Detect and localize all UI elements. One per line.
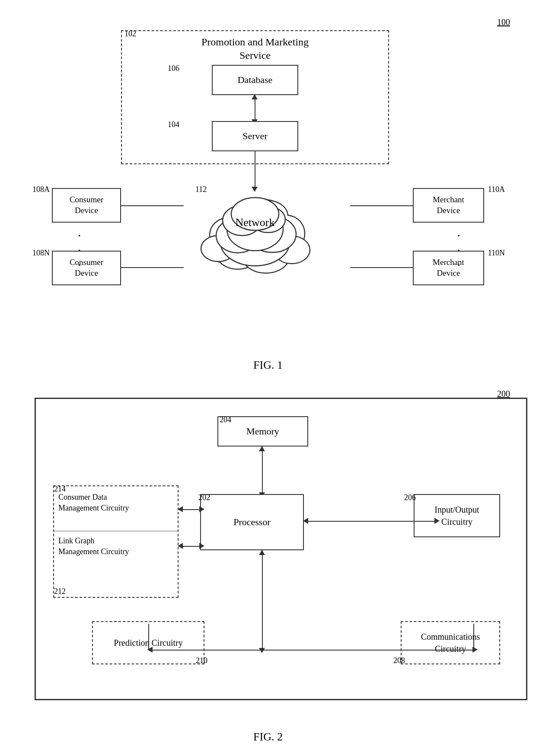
merchant-n-to-network-line [350,267,413,268]
ref-212: 212 [54,587,66,596]
consumer-device-a-box: ConsumerDevice [52,188,121,223]
processor-box: Processor [200,494,304,550]
link-graph-label: Link GraphManagement Circuitry [58,536,175,557]
consumer-n-to-network-line [121,267,184,268]
fig2-section: 200 Memory 204 Processor 202 [26,389,510,748]
arrow-to-consumer [178,506,183,512]
left-box-divider [53,531,179,531]
ref-108n: 108N [32,249,50,258]
arrow-to-pred-box [147,647,153,653]
arrow-comm-to-proc [259,550,265,555]
consumer-data-label: Consumer DataManagement Circuitry [58,492,175,514]
network-cloud [182,186,329,285]
database-box: Database [212,65,298,95]
merchant-a-to-network-line [350,205,413,206]
ref-208: 208 [393,656,405,665]
ref-104: 104 [168,120,179,129]
io-circuitry-box: Input/OutputInput/Output CircuitryCircui… [414,494,500,537]
proc-to-comm-horiz [262,650,474,651]
arrow-proc-to-io [434,518,440,524]
ref-108a: 108A [32,185,50,194]
consumer-dots: ··· [78,228,82,272]
server-network-connector [255,151,255,188]
promo-title: Promotion and Marketing Service [143,35,367,62]
ref-110a: 110A [488,185,505,194]
arrow-to-linkgraph [178,543,183,549]
ref-202: 202 [198,493,210,502]
ref-100: 100 [497,17,510,27]
fig2-outer-box: Memory 204 Processor 202 Input/OutputInp… [35,398,527,700]
ref-112: 112 [195,185,207,194]
merchant-device-n-box: MerchantDevice [413,251,484,285]
network-label: Network [199,216,311,229]
arrow-from-consumer [199,506,204,512]
arrow-proc-to-comm [259,648,265,653]
mem-proc-line [262,447,263,494]
comm-circuitry-box: CommunicationsCircuitry [401,621,500,664]
arrow-from-linkgraph [199,543,204,549]
arrow-to-comm-box [472,647,478,653]
merchant-device-a-box: MerchantDevice [413,188,484,223]
proc-to-pred-horiz [148,650,263,651]
proc-io-line [304,521,436,522]
fig1-label: FIG. 1 [26,359,510,372]
merchant-dots: ··· [457,228,461,272]
fig2-diagram: 200 Memory 204 Processor 202 [26,389,510,748]
fig2-label: FIG. 2 [26,730,510,743]
ref-206: 206 [404,493,416,502]
consumer-device-n-box: ConsumerDevice [52,251,121,285]
ref-106: 106 [168,64,179,73]
ref-110n: 110N [488,249,505,258]
ref-102: 102 [124,29,136,38]
proc-comm-line [262,550,263,650]
ref-204: 204 [220,415,231,424]
arrow-server-to-db [252,94,258,99]
arrow-proc-to-mem [259,446,265,451]
fig1-diagram: 100 102 Promotion and Marketing Service … [26,17,510,376]
ref-210: 210 [196,656,207,665]
server-box: Server [212,121,298,151]
page: 100 102 Promotion and Marketing Service … [0,0,536,756]
arrow-io-to-proc [303,518,308,524]
consumer-a-to-network-line [121,205,184,206]
